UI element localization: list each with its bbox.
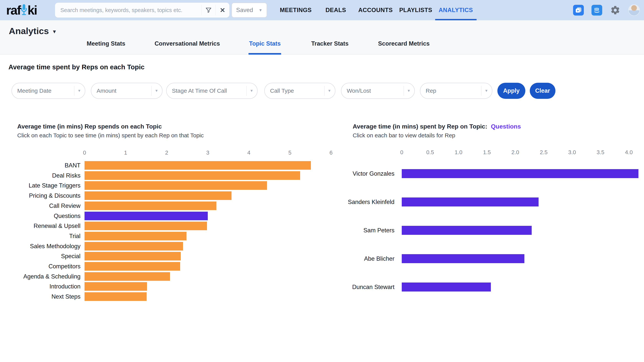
x-axis-tick: 3.0 — [568, 149, 576, 155]
tab-conversational-metrics[interactable]: Conversational Metrics — [154, 33, 220, 54]
filter-label: Won/Lost — [347, 87, 371, 94]
x-axis-tick: 2.5 — [540, 149, 548, 155]
page-title-dropdown[interactable]: Analytics ▼ — [9, 26, 57, 36]
bar-duncan-stewart[interactable] — [402, 283, 491, 292]
category-label-agenda-and-scheduling: Agenda & Scheduling — [8, 272, 80, 281]
bar-next-steps[interactable] — [84, 292, 146, 301]
x-axis-tick: 1.0 — [455, 149, 462, 155]
x-axis-tick: 3 — [206, 150, 209, 156]
chevron-down-icon: ▼ — [258, 8, 262, 12]
x-axis-tick: 0.5 — [426, 149, 434, 155]
analytics-page: raf ki ✕ Saved — [0, 0, 644, 362]
nav-item-analytics[interactable]: ANALYTICS — [438, 0, 473, 20]
bar-deal-risks[interactable] — [84, 171, 300, 180]
bar-victor-gonzales[interactable] — [402, 169, 638, 178]
filter-dropdown-meeting-date[interactable]: Meeting Date▼ — [12, 83, 85, 99]
category-label-sales-methodology: Sales Methodology — [8, 242, 80, 251]
right-chart-topic-link[interactable]: Questions — [491, 123, 521, 130]
category-label-sanders-kleinfeld: Sanders Kleinfeld — [343, 197, 394, 206]
filter-label: Meeting Date — [17, 87, 51, 94]
filter-dropdown-won-lost[interactable]: Won/Lost▼ — [341, 83, 415, 99]
category-label-special: Special — [8, 252, 80, 261]
category-label-duncan-stewart: Duncan Stewart — [343, 283, 394, 292]
filter-dropdown-rep[interactable]: Rep▼ — [420, 83, 492, 99]
intercom-chat-icon[interactable] — [592, 5, 602, 15]
bar-bant[interactable] — [84, 161, 311, 170]
divider — [481, 86, 482, 96]
nav-item-accounts[interactable]: ACCOUNTS — [358, 0, 393, 20]
filter-label: Call Type — [270, 87, 294, 94]
user-avatar[interactable] — [628, 4, 640, 16]
chevron-down-icon: ▼ — [328, 89, 331, 93]
logo-text-right: ki — [28, 3, 37, 17]
filter-funnel-icon[interactable] — [202, 3, 216, 18]
filter-label: Rep — [426, 87, 436, 94]
x-axis-tick: 2 — [165, 150, 168, 156]
x-axis-tick: 1 — [124, 150, 127, 156]
category-label-next-steps: Next Steps — [8, 292, 80, 301]
bar-abe-blicher[interactable] — [402, 254, 524, 263]
bar-introduction[interactable] — [84, 282, 147, 291]
right-chart-title-prefix: Average time (in mins) spent by Rep on T… — [353, 123, 487, 130]
x-axis-tick: 5 — [288, 150, 292, 156]
page-title: Analytics — [9, 26, 49, 36]
filter-dropdown-amount[interactable]: Amount▼ — [91, 83, 162, 99]
tab-topic-stats[interactable]: Topic Stats — [249, 33, 281, 54]
nav-item-meetings[interactable]: MEETINGS — [280, 0, 312, 20]
right-chart-title: Average time (in mins) spent by Rep on T… — [353, 123, 521, 130]
filter-dropdown-call-type[interactable]: Call Type▼ — [264, 83, 336, 99]
x-axis-tick: 1.5 — [483, 149, 491, 155]
nav-active-underline — [435, 19, 476, 20]
nav-item-playlists[interactable]: PLAYLISTS — [399, 0, 432, 20]
settings-gear-icon[interactable] — [610, 5, 620, 15]
clear-button[interactable]: Clear — [530, 83, 556, 99]
x-axis-tick: 2.0 — [511, 149, 519, 155]
category-label-competitors: Competitors — [8, 262, 80, 271]
bar-late-stage-triggers[interactable] — [84, 181, 267, 190]
tab-meeting-stats[interactable]: Meeting Stats — [87, 33, 125, 54]
bar-sanders-kleinfeld[interactable] — [402, 197, 538, 206]
category-label-pricing-and-discounts: Pricing & Discounts — [8, 191, 80, 200]
analytics-subheader: Analytics ▼ Meeting StatsConversational … — [0, 20, 644, 55]
x-axis-tick: 0 — [400, 149, 403, 155]
bar-pricing-and-discounts[interactable] — [84, 191, 232, 200]
bar-special[interactable] — [84, 252, 181, 261]
saved-dropdown[interactable]: Saved ▼ — [232, 3, 267, 18]
category-label-deal-risks: Deal Risks — [8, 171, 80, 180]
chevron-down-icon: ▼ — [250, 89, 254, 93]
playlists-app-icon[interactable] — [573, 5, 584, 15]
chevron-down-icon: ▼ — [407, 89, 410, 93]
category-label-abe-blicher: Abe Blicher — [343, 254, 394, 263]
section-heading: Average time spent by Reps on each Topic — [8, 63, 144, 71]
bar-questions[interactable] — [84, 212, 208, 220]
filter-dropdown-stage-at-time-of-call[interactable]: Stage At Time Of Call▼ — [166, 83, 258, 99]
bar-call-review[interactable] — [84, 202, 216, 210]
divider — [246, 86, 247, 96]
category-label-victor-gonzales: Victor Gonzales — [343, 169, 394, 178]
bar-competitors[interactable] — [84, 262, 180, 271]
rafiki-logo[interactable]: raf ki — [6, 3, 37, 18]
top-right-icons — [573, 0, 640, 20]
category-label-renewal-and-upsell: Renewal & Upsell — [8, 222, 80, 230]
search-input[interactable] — [55, 7, 202, 13]
bar-renewal-and-upsell[interactable] — [84, 222, 207, 230]
category-label-sam-peters: Sam Peters — [343, 226, 394, 235]
bar-agenda-and-scheduling[interactable] — [84, 272, 170, 281]
tab-scorecard-metrics[interactable]: Scorecard Metrics — [378, 33, 430, 54]
tab-tracker-stats[interactable]: Tracker Stats — [311, 33, 349, 54]
filter-label: Amount — [96, 87, 116, 94]
logo-text-left: raf — [6, 3, 20, 17]
bar-sam-peters[interactable] — [402, 226, 532, 235]
clear-search-icon[interactable]: ✕ — [216, 3, 230, 18]
bar-sales-methodology[interactable] — [84, 242, 183, 251]
apply-button[interactable]: Apply — [498, 83, 525, 99]
chevron-down-icon: ▼ — [52, 27, 57, 35]
nav-item-deals[interactable]: DEALS — [326, 0, 346, 20]
left-chart-subtitle: Click on each Topic to see time (in mins… — [17, 132, 204, 139]
category-label-introduction: Introduction — [8, 282, 80, 291]
bar-trial[interactable] — [84, 232, 186, 240]
x-axis-tick: 3.5 — [597, 149, 604, 155]
saved-dropdown-label: Saved — [236, 7, 253, 13]
chevron-down-icon: ▼ — [78, 89, 81, 93]
search-bar: ✕ — [55, 3, 230, 18]
